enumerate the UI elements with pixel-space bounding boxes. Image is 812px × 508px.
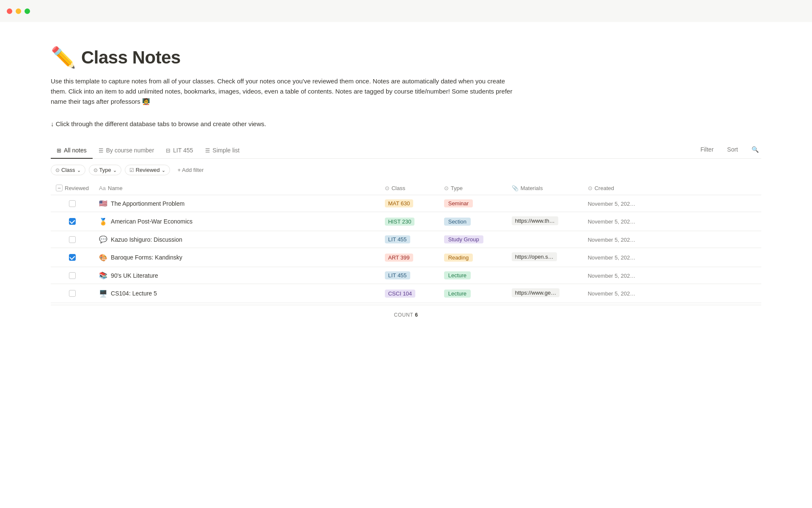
type-cell-1: Section bbox=[439, 212, 507, 231]
close-button[interactable] bbox=[7, 8, 12, 14]
col-header-type[interactable]: ⊙ Type bbox=[439, 181, 507, 195]
row-name-text-5: CS104: Lecture 5 bbox=[111, 290, 157, 297]
count-label: COUNT bbox=[394, 312, 414, 318]
type-filter-label: Type bbox=[99, 167, 111, 173]
filter-button[interactable]: Filter bbox=[698, 144, 716, 155]
row-name-4[interactable]: 📚90's UK Literature bbox=[99, 271, 375, 279]
materials-link-1[interactable]: https://www.th… bbox=[512, 216, 558, 225]
class-cell-5: CSCI 104 bbox=[380, 284, 439, 303]
reviewed-checkbox-0[interactable] bbox=[69, 200, 76, 207]
titlebar bbox=[0, 0, 812, 22]
type-filter-icon: ⊙ bbox=[93, 167, 98, 173]
page-description: Use this template to capture notes from … bbox=[51, 76, 516, 107]
type-tag-4[interactable]: Lecture bbox=[444, 271, 471, 279]
reviewed-filter-pill[interactable]: ☑ Reviewed bbox=[125, 165, 170, 175]
row-emoji-4: 📚 bbox=[99, 271, 107, 279]
minimize-button[interactable] bbox=[16, 8, 21, 14]
col-header-name[interactable]: Aa Name bbox=[94, 181, 380, 195]
reviewed-checkbox-3[interactable] bbox=[69, 254, 76, 261]
type-tag-3[interactable]: Reading bbox=[444, 254, 473, 262]
created-text-3: November 5, 202… bbox=[588, 254, 636, 261]
col-type-icon: ⊙ bbox=[444, 185, 449, 191]
type-tag-2[interactable]: Study Group bbox=[444, 235, 483, 243]
type-filter-pill[interactable]: ⊙ Type bbox=[89, 165, 121, 175]
reviewed-checkbox-5[interactable] bbox=[69, 290, 76, 297]
select-all-checkbox[interactable] bbox=[56, 185, 63, 191]
col-header-reviewed[interactable]: Reviewed bbox=[51, 181, 94, 195]
search-button[interactable]: 🔍 bbox=[749, 144, 761, 155]
maximize-button[interactable] bbox=[25, 8, 30, 14]
reviewed-checkbox-4[interactable] bbox=[69, 272, 76, 279]
class-tag-3[interactable]: ART 399 bbox=[385, 254, 413, 262]
materials-cell-4 bbox=[507, 267, 583, 284]
main-content: ✏️ Class Notes Use this template to capt… bbox=[0, 22, 812, 342]
reviewed-checkbox-1[interactable] bbox=[69, 218, 76, 225]
add-filter-button[interactable]: + Add filter bbox=[173, 165, 208, 175]
materials-cell-0 bbox=[507, 195, 583, 212]
row-emoji-5: 🖥️ bbox=[99, 290, 107, 298]
class-filter-pill[interactable]: ⊙ Class bbox=[51, 165, 85, 175]
type-tag-5[interactable]: Lecture bbox=[444, 290, 471, 298]
materials-link-3[interactable]: https://open.s… bbox=[512, 252, 557, 261]
type-cell-0: Seminar bbox=[439, 195, 507, 212]
materials-cell-3: https://open.s… bbox=[507, 248, 583, 267]
click-hint: ↓ Click through the different database t… bbox=[51, 120, 761, 127]
reviewed-filter-chevron bbox=[162, 167, 165, 173]
table-container: Reviewed Aa Name ⊙ Class bbox=[51, 181, 761, 303]
materials-link-5[interactable]: https://www.ge… bbox=[512, 288, 560, 297]
table-row: 💬Kazuo Ishiguro: DiscussionLIT 455Study … bbox=[51, 231, 761, 248]
class-tag-1[interactable]: HIST 230 bbox=[385, 218, 415, 226]
col-header-materials[interactable]: 📎 Materials bbox=[507, 181, 583, 195]
name-cell-0: 🇺🇸The Apportionment Problem bbox=[94, 195, 380, 212]
class-tag-5[interactable]: CSCI 104 bbox=[385, 290, 415, 298]
name-cell-1: 🏅American Post-War Economics bbox=[94, 212, 380, 231]
created-cell-1: November 5, 202… bbox=[583, 212, 761, 231]
col-header-created[interactable]: ⊙ Created bbox=[583, 181, 761, 195]
created-text-1: November 5, 202… bbox=[588, 218, 636, 225]
class-cell-3: ART 399 bbox=[380, 248, 439, 267]
tab-lit455[interactable]: ⊟ LIT 455 bbox=[160, 143, 199, 159]
table-row: 🎨Baroque Forms: KandinskyART 399Readingh… bbox=[51, 248, 761, 267]
reviewed-cell-2 bbox=[51, 231, 94, 248]
created-text-4: November 5, 202… bbox=[588, 273, 636, 279]
tab-simple-list[interactable]: ☰ Simple list bbox=[199, 143, 246, 159]
class-filter-chevron bbox=[77, 167, 81, 173]
reviewed-cell-4 bbox=[51, 267, 94, 284]
row-name-text-3: Baroque Forms: Kandinsky bbox=[111, 254, 182, 261]
table-row: 🖥️CS104: Lecture 5CSCI 104Lecturehttps:/… bbox=[51, 284, 761, 303]
tab-all-notes[interactable]: ⊞ All notes bbox=[51, 143, 93, 159]
tabs-row: ⊞ All notes ☰ By course number ⊟ LIT 455… bbox=[51, 143, 761, 159]
type-tag-0[interactable]: Seminar bbox=[444, 199, 473, 207]
created-text-0: November 5, 202… bbox=[588, 201, 636, 207]
sort-button[interactable]: Sort bbox=[724, 144, 741, 155]
row-emoji-3: 🎨 bbox=[99, 254, 107, 262]
tab-lit455-label: LIT 455 bbox=[173, 147, 193, 154]
count-bar: COUNT 6 bbox=[51, 305, 761, 325]
materials-cell-2 bbox=[507, 231, 583, 248]
class-tag-0[interactable]: MAT 630 bbox=[385, 199, 414, 207]
class-cell-2: LIT 455 bbox=[380, 231, 439, 248]
type-tag-1[interactable]: Section bbox=[444, 218, 471, 226]
row-name-2[interactable]: 💬Kazuo Ishiguro: Discussion bbox=[99, 235, 375, 243]
page-emoji: ✏️ bbox=[51, 47, 76, 68]
reviewed-filter-label: Reviewed bbox=[136, 167, 160, 173]
class-tag-4[interactable]: LIT 455 bbox=[385, 271, 410, 279]
created-cell-2: November 5, 202… bbox=[583, 231, 761, 248]
col-created-icon: ⊙ bbox=[588, 185, 593, 191]
col-header-class[interactable]: ⊙ Class bbox=[380, 181, 439, 195]
tab-by-course[interactable]: ☰ By course number bbox=[93, 143, 160, 159]
type-cell-2: Study Group bbox=[439, 231, 507, 248]
col-name-icon: Aa bbox=[99, 185, 106, 191]
row-name-1[interactable]: 🏅American Post-War Economics bbox=[99, 218, 375, 226]
row-name-0[interactable]: 🇺🇸The Apportionment Problem bbox=[99, 199, 375, 207]
class-cell-1: HIST 230 bbox=[380, 212, 439, 231]
row-name-text-1: American Post-War Economics bbox=[111, 218, 192, 225]
row-name-3[interactable]: 🎨Baroque Forms: Kandinsky bbox=[99, 254, 375, 262]
created-cell-4: November 5, 202… bbox=[583, 267, 761, 284]
class-cell-0: MAT 630 bbox=[380, 195, 439, 212]
reviewed-checkbox-2[interactable] bbox=[69, 236, 76, 243]
row-emoji-0: 🇺🇸 bbox=[99, 199, 107, 207]
tabs-right: Filter Sort 🔍 bbox=[698, 144, 761, 157]
class-tag-2[interactable]: LIT 455 bbox=[385, 235, 410, 243]
row-name-5[interactable]: 🖥️CS104: Lecture 5 bbox=[99, 290, 375, 298]
